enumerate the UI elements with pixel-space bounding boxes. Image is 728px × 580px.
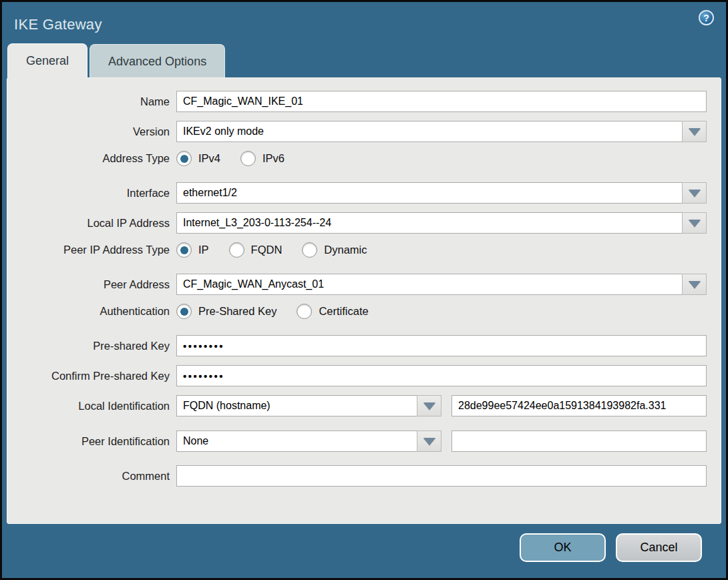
interface-dropdown-button[interactable] xyxy=(682,182,707,204)
peer-address-combo xyxy=(176,274,707,295)
peer-ip-address-type-label: Peer IP Address Type xyxy=(7,244,176,256)
peer-type-dynamic-label[interactable]: Dynamic xyxy=(324,244,367,256)
peer-address-input[interactable] xyxy=(176,274,682,295)
address-type-ipv6-radio[interactable] xyxy=(240,151,256,166)
tab-general[interactable]: General xyxy=(7,43,87,78)
form-row-peer-address: Peer Address xyxy=(7,274,707,295)
peer-type-fqdn-label[interactable]: FQDN xyxy=(251,244,283,256)
form-row-local-ip-address: Local IP Address xyxy=(7,212,707,234)
chevron-down-icon xyxy=(689,190,701,197)
chevron-down-icon xyxy=(689,220,701,227)
interface-combo xyxy=(176,182,707,204)
peer-type-ip-radio[interactable] xyxy=(176,242,192,258)
form-row-authentication: Authentication Pre-Shared Key Certificat… xyxy=(7,304,707,319)
address-type-ipv4-label[interactable]: IPv4 xyxy=(198,152,220,165)
interface-label: Interface xyxy=(7,187,176,200)
local-identification-value-input[interactable] xyxy=(451,395,707,416)
peer-identification-label: Peer Identification xyxy=(7,435,176,448)
peer-address-label: Peer Address xyxy=(7,278,176,291)
auth-pre-shared-key-radio[interactable] xyxy=(176,304,192,319)
auth-certificate-radio[interactable] xyxy=(297,304,312,319)
local-identification-type-input[interactable] xyxy=(176,395,417,416)
chevron-down-icon xyxy=(689,281,701,288)
address-type-ipv6-label[interactable]: IPv6 xyxy=(262,152,285,165)
peer-address-dropdown-button[interactable] xyxy=(682,274,707,295)
authentication-label: Authentication xyxy=(7,305,176,318)
peer-type-ip-label[interactable]: IP xyxy=(198,244,209,256)
name-label: Name xyxy=(7,95,176,108)
ok-button[interactable]: OK xyxy=(520,533,606,562)
form-row-pre-shared-key: Pre-shared Key xyxy=(7,335,707,356)
peer-type-fqdn-radio[interactable] xyxy=(229,242,244,258)
version-label: Version xyxy=(7,125,176,138)
peer-identification-dropdown-button[interactable] xyxy=(417,430,441,452)
peer-identification-type-input[interactable] xyxy=(176,430,417,452)
address-type-label: Address Type xyxy=(7,152,176,165)
form-row-comment: Comment xyxy=(7,465,707,487)
local-identification-combo xyxy=(176,395,441,416)
address-type-ipv4-radio[interactable] xyxy=(176,151,192,166)
dialog-title: IKE Gateway xyxy=(14,16,102,33)
peer-identification-combo xyxy=(176,430,441,452)
help-icon-glyph: ? xyxy=(703,13,709,23)
local-ip-address-label: Local IP Address xyxy=(7,217,176,230)
tab-advanced-options[interactable]: Advanced Options xyxy=(89,44,225,77)
name-input[interactable] xyxy=(176,91,707,112)
cancel-button[interactable]: Cancel xyxy=(616,533,702,562)
titlebar: IKE Gateway ? xyxy=(2,2,726,43)
tab-bar: General Advanced Options xyxy=(2,43,726,77)
local-ip-address-combo xyxy=(176,212,707,234)
footer-button-bar: OK Cancel xyxy=(2,524,726,562)
confirm-pre-shared-key-label: Confirm Pre-shared Key xyxy=(7,370,176,382)
local-ip-address-input[interactable] xyxy=(176,212,682,234)
version-input[interactable] xyxy=(176,121,682,142)
pre-shared-key-input[interactable] xyxy=(176,335,707,356)
form-row-address-type: Address Type IPv4 IPv6 xyxy=(7,151,707,166)
chevron-down-icon xyxy=(689,128,701,135)
form-row-confirm-pre-shared-key: Confirm Pre-shared Key xyxy=(7,365,707,386)
form-row-peer-identification: Peer Identification xyxy=(7,430,707,452)
interface-input[interactable] xyxy=(176,182,682,204)
form-row-peer-ip-address-type: Peer IP Address Type IP FQDN Dynamic xyxy=(7,242,707,258)
comment-input[interactable] xyxy=(176,465,707,487)
form-row-version: Version xyxy=(7,121,707,142)
local-ip-address-dropdown-button[interactable] xyxy=(682,212,707,234)
local-identification-label: Local Identification xyxy=(7,400,176,412)
chevron-down-icon xyxy=(423,402,435,410)
form-row-local-identification: Local Identification xyxy=(7,395,707,416)
comment-label: Comment xyxy=(7,470,176,483)
version-dropdown-button[interactable] xyxy=(682,121,707,142)
auth-pre-shared-key-label[interactable]: Pre-Shared Key xyxy=(198,305,277,318)
local-identification-dropdown-button[interactable] xyxy=(417,395,441,416)
form-row-name: Name xyxy=(7,91,707,112)
peer-type-dynamic-radio[interactable] xyxy=(302,242,317,258)
general-tab-panel: Name Version Address Type IPv4 IPv6 xyxy=(7,77,721,524)
peer-identification-value-input[interactable] xyxy=(451,430,707,452)
confirm-pre-shared-key-input[interactable] xyxy=(176,365,707,386)
pre-shared-key-label: Pre-shared Key xyxy=(7,340,176,352)
form-row-interface: Interface xyxy=(7,182,707,204)
help-icon[interactable]: ? xyxy=(699,10,714,25)
version-combo xyxy=(176,121,707,142)
ike-gateway-dialog: IKE Gateway ? General Advanced Options N… xyxy=(0,0,728,580)
chevron-down-icon xyxy=(423,438,435,445)
auth-certificate-label[interactable]: Certificate xyxy=(319,305,368,318)
